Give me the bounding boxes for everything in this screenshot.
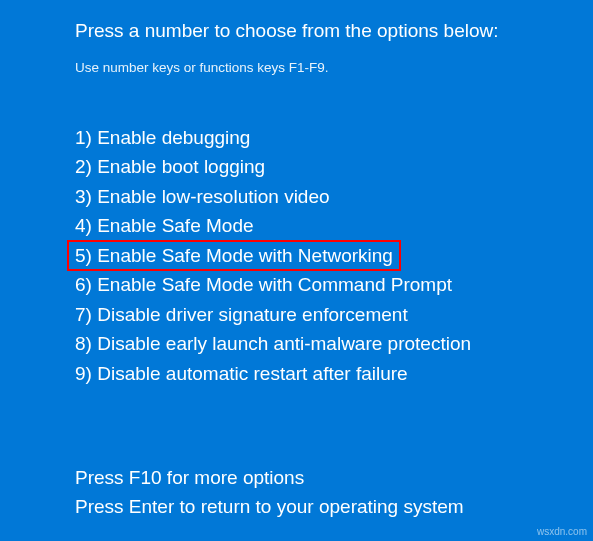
page-subtitle: Use number keys or functions keys F1-F9. [75,60,593,75]
option-label: Enable low-resolution video [97,186,329,207]
option-number: 5) [75,245,92,266]
footer-return: Press Enter to return to your operating … [75,493,464,522]
option-1[interactable]: 1) Enable debugging [75,123,593,152]
page-title: Press a number to choose from the option… [75,20,593,42]
option-9[interactable]: 9) Disable automatic restart after failu… [75,359,593,388]
option-5[interactable]: 5) Enable Safe Mode with Networking [75,241,593,270]
highlight-box: 5) Enable Safe Mode with Networking [75,241,393,270]
option-6[interactable]: 6) Enable Safe Mode with Command Prompt [75,270,593,299]
option-2[interactable]: 2) Enable boot logging [75,152,593,181]
option-number: 3) [75,186,92,207]
option-number: 1) [75,127,92,148]
options-list: 1) Enable debugging 2) Enable boot loggi… [75,123,593,388]
footer: Press F10 for more options Press Enter t… [75,464,464,521]
option-label: Enable Safe Mode with Command Prompt [97,274,452,295]
option-number: 7) [75,304,92,325]
option-label: Disable automatic restart after failure [97,363,407,384]
option-label: Disable driver signature enforcement [97,304,408,325]
footer-more-options: Press F10 for more options [75,464,464,493]
option-label: Enable debugging [97,127,250,148]
option-label: Enable boot logging [97,156,265,177]
option-number: 4) [75,215,92,236]
option-number: 6) [75,274,92,295]
option-label: Enable Safe Mode with Networking [97,245,393,266]
option-7[interactable]: 7) Disable driver signature enforcement [75,300,593,329]
option-3[interactable]: 3) Enable low-resolution video [75,182,593,211]
option-number: 2) [75,156,92,177]
option-4[interactable]: 4) Enable Safe Mode [75,211,593,240]
option-8[interactable]: 8) Disable early launch anti-malware pro… [75,329,593,358]
watermark: wsxdn.com [537,526,587,537]
option-number: 9) [75,363,92,384]
option-label: Enable Safe Mode [97,215,253,236]
option-label: Disable early launch anti-malware protec… [97,333,471,354]
option-number: 8) [75,333,92,354]
